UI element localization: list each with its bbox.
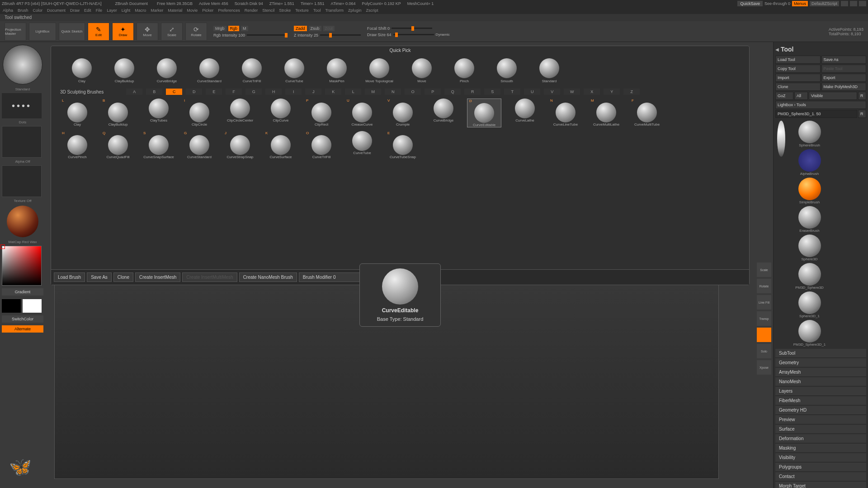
filter-letter[interactable]: C — [166, 89, 182, 95]
brush-item[interactable]: ECurveTubeSnap — [386, 131, 420, 159]
filter-letter[interactable]: X — [584, 89, 600, 95]
solo-tool[interactable]: Solo — [757, 344, 771, 358]
xpose-tool[interactable]: Xpose — [757, 360, 771, 375]
switchcolor-button[interactable]: SwitchColor — [2, 315, 43, 323]
quickpick-brush[interactable]: CurveTube — [277, 58, 311, 83]
quickpick-brush[interactable]: Move Topological — [362, 58, 396, 83]
focal-slider[interactable] — [392, 28, 432, 29]
goz-all-button[interactable]: All — [794, 92, 808, 100]
tool-grid-item[interactable]: Sphere3D_1 — [789, 291, 830, 318]
brush-item[interactable]: CurveTube — [345, 131, 379, 159]
quicksave-button[interactable]: QuickSave — [737, 1, 763, 6]
menus-toggle[interactable]: Menus — [792, 1, 808, 6]
filter-letter[interactable]: E — [206, 89, 222, 95]
tool-grid-item[interactable]: Sphere3D — [789, 235, 830, 261]
section-layers[interactable]: Layers — [775, 387, 866, 396]
menu-item[interactable]: Movie — [187, 8, 198, 13]
filter-letter[interactable]: U — [524, 89, 540, 95]
filter-letter[interactable]: A — [126, 89, 142, 95]
menu-item[interactable]: Material — [168, 8, 182, 13]
brush-item[interactable]: PClipRect — [304, 99, 339, 127]
stroke-preview[interactable]: •••• — [2, 93, 42, 118]
quickpick-brush[interactable]: CurveTriFill — [235, 58, 269, 83]
default-script[interactable]: DefaultZScript — [810, 1, 839, 6]
brush-item[interactable]: CurveBridge — [426, 99, 461, 127]
color-black[interactable] — [2, 299, 21, 313]
section-subtool[interactable]: SubTool — [775, 349, 866, 358]
menu-item[interactable]: Render — [245, 8, 258, 13]
tool-grid-item[interactable]: PM3D_Sphere3D_1 — [789, 320, 830, 347]
filter-letter[interactable]: J — [305, 89, 321, 95]
section-masking[interactable]: Masking — [775, 444, 866, 453]
quickpick-brush[interactable]: Smooth — [490, 58, 524, 83]
dynamic-label[interactable]: Dynamic — [436, 33, 450, 37]
section-polygroups[interactable]: Polygroups — [775, 463, 866, 472]
brush-item[interactable]: NCurveLineTube — [548, 99, 583, 127]
brush-item[interactable]: ClipCircleCenter — [223, 99, 257, 127]
menu-item[interactable]: Zscript — [366, 8, 378, 13]
goz-button[interactable]: GoZ — [775, 92, 793, 100]
tool-grid-item[interactable]: AlphaBrush — [789, 149, 830, 176]
zsub-toggle[interactable]: Zsub — [309, 26, 321, 31]
brush-item[interactable]: UCreaseCurve — [345, 99, 379, 127]
export-button[interactable]: Export — [821, 74, 867, 82]
create-nanomesh-button[interactable]: Create NanoMesh Brush — [239, 272, 297, 282]
zcut-toggle[interactable]: Zcut — [323, 26, 335, 31]
filter-letter[interactable]: V — [544, 89, 560, 95]
move-button[interactable]: ✥Move — [137, 23, 158, 41]
clone-brush-button[interactable]: Clone — [113, 272, 133, 282]
filter-letter[interactable]: D — [186, 89, 202, 95]
menu-item[interactable]: Stroke — [279, 8, 291, 13]
filter-letter[interactable]: R — [464, 89, 481, 95]
quickpick-brush[interactable]: Clay — [65, 58, 99, 83]
gradient-button[interactable]: Gradient — [2, 288, 43, 296]
filter-letter[interactable]: F — [226, 89, 242, 95]
menu-item[interactable]: Light — [122, 8, 131, 13]
section-geometry[interactable]: Geometry — [775, 358, 866, 367]
section-preview[interactable]: Preview — [775, 415, 866, 424]
brush-item[interactable]: VCrumple — [386, 99, 420, 127]
mesh-name[interactable]: PM3D_Sphere3D_1. 50 — [775, 110, 857, 118]
transp-tool[interactable]: Transp — [757, 311, 771, 326]
filter-letter[interactable]: W — [564, 89, 580, 95]
filter-letter[interactable]: N — [385, 89, 401, 95]
brush-item[interactable]: ClipCurve — [264, 99, 298, 127]
quickpick-brush[interactable]: CurveStandard — [192, 58, 226, 83]
section-fibermesh[interactable]: FiberMesh — [775, 396, 866, 405]
clone-tool-button[interactable]: Clone — [775, 83, 821, 91]
quickpick-brush[interactable]: MaskPen — [320, 58, 354, 83]
quickpick-brush[interactable]: CurveBridge — [150, 58, 184, 83]
section-surface[interactable]: Surface — [775, 425, 866, 434]
drawsize-slider[interactable] — [393, 34, 434, 35]
m-toggle[interactable]: M — [241, 26, 248, 31]
scale-tool[interactable]: Scale — [757, 263, 771, 277]
brush-item[interactable]: OCurveTriFill — [304, 131, 339, 159]
section-geometry-hd[interactable]: Geometry HD — [775, 406, 866, 415]
z-intensity-slider[interactable] — [320, 34, 361, 36]
brush-preview[interactable] — [3, 45, 42, 84]
material-preview[interactable] — [7, 206, 38, 237]
brush-item[interactable]: BClayBuildup — [101, 99, 135, 127]
tool-grid-item[interactable]: PM3D_Sphere3D — [789, 263, 830, 290]
menu-item[interactable]: Transform — [325, 8, 344, 13]
filter-letter[interactable]: Z — [623, 89, 640, 95]
brush-item[interactable]: CurveLathe — [508, 99, 542, 127]
linefill-tool[interactable]: Line Fill — [757, 295, 771, 310]
filter-letter[interactable]: Y — [604, 89, 620, 95]
menu-item[interactable]: Preferences — [218, 8, 240, 13]
filter-letter[interactable]: G — [245, 89, 262, 95]
create-insertmesh-button[interactable]: Create InsertMesh — [135, 272, 180, 282]
goz-visible-button[interactable]: Visible — [809, 92, 857, 100]
menu-item[interactable]: Texture — [295, 8, 309, 13]
copy-tool-button[interactable]: Copy Tool — [775, 65, 821, 73]
brush-item[interactable]: JCurveStrapSnap — [223, 131, 257, 159]
menu-item[interactable]: Color — [33, 8, 43, 13]
texture-preview[interactable] — [2, 165, 42, 197]
menu-item[interactable]: Picker — [202, 8, 213, 13]
mesh-r-button[interactable]: R — [858, 110, 866, 118]
window-min-icon[interactable] — [841, 1, 848, 6]
filter-letter[interactable]: T — [504, 89, 520, 95]
filter-letter[interactable]: O — [405, 89, 421, 95]
current-tool-preview[interactable] — [777, 121, 785, 157]
filter-letter[interactable]: I — [285, 89, 302, 95]
